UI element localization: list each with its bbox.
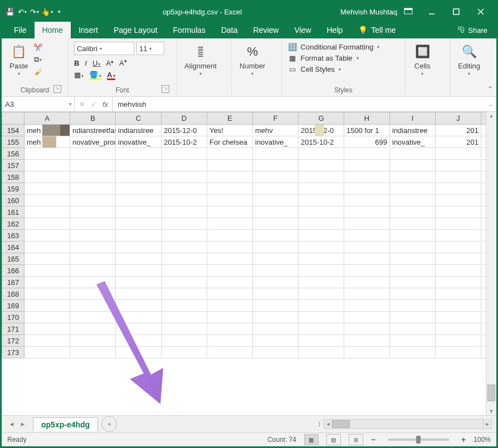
tab-help[interactable]: Help: [319, 22, 351, 38]
cell[interactable]: [70, 148, 116, 160]
select-all-corner[interactable]: [2, 112, 25, 125]
cell[interactable]: [207, 265, 253, 277]
cell[interactable]: [207, 312, 253, 323]
tab-formulas[interactable]: Formulas: [165, 22, 213, 38]
cell[interactable]: [299, 230, 344, 242]
cell[interactable]: [25, 171, 70, 183]
cell[interactable]: [25, 183, 70, 195]
expand-formula-bar-icon[interactable]: ⌄: [485, 97, 496, 111]
cell[interactable]: [299, 312, 344, 323]
zoom-slider[interactable]: [388, 439, 449, 441]
cell[interactable]: [436, 277, 481, 288]
formula-input[interactable]: mehviish: [113, 97, 485, 111]
cell[interactable]: [162, 242, 207, 253]
cell[interactable]: [253, 242, 299, 253]
cell[interactable]: [253, 230, 299, 242]
cell[interactable]: [162, 335, 207, 347]
cell[interactable]: [70, 195, 116, 206]
cell[interactable]: [70, 218, 116, 230]
cell[interactable]: [390, 347, 436, 358]
cell[interactable]: [390, 171, 436, 183]
row-header[interactable]: 167: [2, 277, 25, 288]
cell[interactable]: [344, 277, 390, 288]
cells-button[interactable]: 🔲 Cells▾: [411, 42, 433, 77]
cell[interactable]: [253, 218, 299, 230]
cell[interactable]: [162, 288, 207, 300]
cell[interactable]: [207, 288, 253, 300]
cell[interactable]: [299, 160, 344, 171]
cell[interactable]: [344, 288, 390, 300]
cell[interactable]: [390, 195, 436, 206]
cell[interactable]: [436, 160, 481, 171]
number-button[interactable]: % Number▾: [237, 42, 267, 77]
cell[interactable]: [299, 323, 344, 335]
cell[interactable]: [299, 171, 344, 183]
name-box[interactable]: A3▾: [2, 97, 75, 111]
cell[interactable]: [436, 242, 481, 253]
cancel-formula-icon[interactable]: ✕: [79, 100, 85, 109]
sheet-nav-next-icon[interactable]: ►: [17, 417, 28, 431]
cell[interactable]: [253, 312, 299, 323]
cell[interactable]: 699: [344, 136, 390, 148]
tab-page-layout[interactable]: Page Layout: [106, 22, 165, 38]
cell[interactable]: [253, 253, 299, 265]
cell[interactable]: [25, 230, 70, 242]
cell[interactable]: [116, 347, 162, 358]
cell[interactable]: [481, 265, 486, 277]
row-header[interactable]: 159: [2, 183, 25, 195]
cell[interactable]: [207, 148, 253, 160]
cell[interactable]: [207, 230, 253, 242]
cell[interactable]: 2015-10-2: [162, 136, 207, 148]
cell[interactable]: [299, 253, 344, 265]
cut-icon[interactable]: ✂️: [32, 42, 43, 53]
row-header[interactable]: 161: [2, 206, 25, 218]
cell[interactable]: [162, 323, 207, 335]
column-header[interactable]: E: [207, 112, 253, 125]
cell[interactable]: [436, 323, 481, 335]
tab-file[interactable]: File: [6, 22, 35, 38]
cell[interactable]: [481, 277, 486, 288]
fx-icon[interactable]: fx: [102, 100, 108, 109]
cell[interactable]: [299, 288, 344, 300]
cell[interactable]: [116, 253, 162, 265]
cell[interactable]: [25, 288, 70, 300]
enter-formula-icon[interactable]: ✓: [91, 100, 97, 109]
copy-icon[interactable]: ⧉▾: [32, 54, 43, 65]
cell[interactable]: [436, 347, 481, 358]
cell[interactable]: [299, 265, 344, 277]
cell[interactable]: inovative_: [390, 136, 436, 148]
cell[interactable]: [116, 183, 162, 195]
redo-icon[interactable]: ↷▾: [30, 7, 40, 17]
cell[interactable]: [253, 300, 299, 312]
cell[interactable]: [436, 206, 481, 218]
cell[interactable]: [116, 148, 162, 160]
fill-color-button[interactable]: 🪣▾: [89, 71, 101, 79]
cell[interactable]: [253, 277, 299, 288]
cell[interactable]: [70, 171, 116, 183]
cell[interactable]: [253, 347, 299, 358]
italic-button[interactable]: I: [85, 59, 87, 67]
zoom-out-button[interactable]: −: [371, 435, 375, 444]
cell[interactable]: [70, 230, 116, 242]
cell[interactable]: [299, 347, 344, 358]
cell-styles-button[interactable]: ▭Cell Styles▾: [287, 64, 380, 74]
cell[interactable]: [70, 288, 116, 300]
cell[interactable]: [207, 300, 253, 312]
cell[interactable]: [116, 335, 162, 347]
row-header[interactable]: 163: [2, 230, 25, 242]
cell[interactable]: [344, 160, 390, 171]
cell[interactable]: [253, 148, 299, 160]
cell[interactable]: [25, 148, 70, 160]
cell[interactable]: ndianstreetfashion: [70, 125, 116, 136]
increase-font-icon[interactable]: A▴: [106, 58, 114, 67]
cell[interactable]: [436, 171, 481, 183]
sheet-tab[interactable]: op5xp-e4hdg: [33, 417, 98, 431]
cell[interactable]: 201: [436, 125, 481, 136]
cell[interactable]: [70, 335, 116, 347]
row-header[interactable]: 171: [2, 323, 25, 335]
underline-button[interactable]: U▾: [92, 59, 100, 67]
cell[interactable]: [481, 148, 486, 160]
cell[interactable]: [344, 148, 390, 160]
cell[interactable]: [344, 230, 390, 242]
cell[interactable]: [481, 160, 486, 171]
